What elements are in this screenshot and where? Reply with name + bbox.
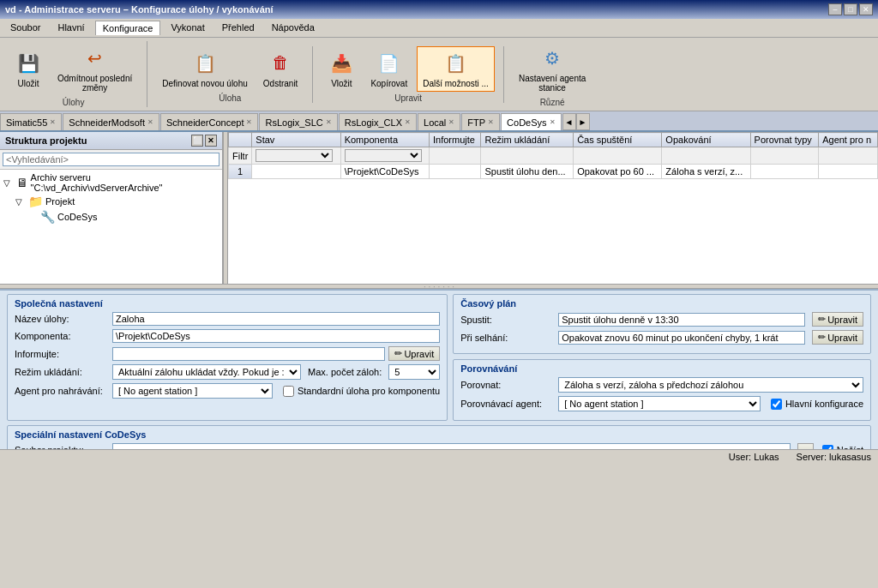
tab-rslogix-clx-label: RsLogix_CLX bbox=[345, 117, 402, 128]
table-row[interactable]: 1 \Projekt\CoDeSys Spustit úlohu den... … bbox=[229, 165, 878, 179]
tab-ftp[interactable]: FTP ✕ bbox=[461, 113, 500, 130]
uloha-buttons: 📋 Definovat novou úlohu 🗑 Odstranit bbox=[156, 46, 304, 92]
standard-checkbox[interactable] bbox=[283, 386, 294, 397]
hlavni-checkbox-row: Hlavní konfigurace bbox=[771, 399, 863, 410]
tree-item-codesys[interactable]: 🔧 CoDeSys bbox=[26, 209, 220, 225]
tree-item-archive[interactable]: ▽ 🖥 Archiv serveru "C:\vd_Archiv\vdServe… bbox=[2, 171, 220, 194]
menu-vykonat[interactable]: Vykonat bbox=[164, 21, 211, 35]
hlavni-checkbox[interactable] bbox=[771, 399, 782, 410]
panel-close-btn[interactable]: ✕ bbox=[205, 135, 217, 147]
toolbar-group-upravit: 📥 Vložit 📄 Kopírovat 📋 Další možnosti ..… bbox=[318, 46, 504, 103]
tab-schneider-concept[interactable]: SchneiderConcept ✕ bbox=[160, 113, 259, 130]
filter-opakovani bbox=[662, 147, 750, 165]
max-select[interactable]: 5 bbox=[388, 364, 440, 380]
menu-napoveda[interactable]: Nápověda bbox=[265, 21, 322, 35]
nacist-checkbox[interactable] bbox=[822, 445, 833, 450]
pri-selhani-edit-button[interactable]: ✏ Upravit bbox=[812, 330, 863, 345]
copy-label: Kopírovat bbox=[370, 79, 407, 88]
more-button[interactable]: 📋 Další možnosti ... bbox=[417, 46, 495, 92]
filter-rezim bbox=[481, 147, 574, 165]
insert-label: Vložit bbox=[331, 79, 352, 88]
filter-informujte bbox=[429, 147, 480, 165]
toolbar-group-ruzne: ⚙ Nastavení agentastanice Různé bbox=[509, 41, 600, 107]
spolecna-section: Společná nastavení Název úlohy: Komponen… bbox=[7, 294, 448, 421]
tab-schneider-modsoft-close[interactable]: ✕ bbox=[147, 118, 153, 126]
filter-label-cell: Filtr bbox=[229, 147, 252, 165]
agent-select[interactable]: [ No agent station ] bbox=[112, 383, 273, 399]
tree-item-project[interactable]: ▽ 📁 Projekt bbox=[14, 194, 220, 209]
tab-local-close[interactable]: ✕ bbox=[448, 118, 454, 126]
tab-rslogix-slc[interactable]: RsLogix_SLC ✕ bbox=[259, 113, 337, 130]
search-input[interactable] bbox=[3, 153, 220, 166]
tab-rslogix-clx-close[interactable]: ✕ bbox=[405, 118, 411, 126]
informujte-input[interactable] bbox=[112, 347, 385, 361]
tab-rslogix-clx[interactable]: RsLogix_CLX ✕ bbox=[339, 113, 417, 130]
rezim-select[interactable]: Aktuální zálohu ukládat vždy. Pokud je : bbox=[112, 364, 301, 380]
tab-simatic55-close[interactable]: ✕ bbox=[50, 118, 56, 126]
close-button[interactable]: ✕ bbox=[859, 3, 873, 15]
menu-soubor[interactable]: Soubor bbox=[3, 21, 47, 35]
row-num: 1 bbox=[229, 165, 252, 179]
porovnat-select[interactable]: Záloha s verzí, záloha s předchozí záloh… bbox=[558, 377, 863, 393]
tree-toggle-archive: ▽ bbox=[3, 178, 14, 188]
panel-header-btns: ⬜ ✕ bbox=[191, 135, 217, 147]
tab-codesys[interactable]: CoDeSys ✕ bbox=[501, 113, 561, 130]
folder-icon: 📁 bbox=[28, 195, 43, 208]
filter-komponenta-select[interactable] bbox=[345, 149, 422, 162]
menu-konfigurace[interactable]: Konfigurace bbox=[95, 21, 161, 35]
save-icon: 💾 bbox=[15, 50, 42, 77]
delete-button[interactable]: 🗑 Odstranit bbox=[257, 46, 304, 92]
project-structure-title: Struktura projektu bbox=[5, 135, 87, 146]
undo-button[interactable]: ↩ Odmítnout poslednízměny bbox=[51, 41, 138, 96]
tab-ftp-label: FTP bbox=[467, 117, 485, 128]
tab-simatic55[interactable]: Simatic55 ✕ bbox=[0, 113, 62, 130]
tree-area: ▽ 🖥 Archiv serveru "C:\vd_Archiv\vdServe… bbox=[0, 170, 222, 284]
row-stav bbox=[252, 165, 340, 179]
soubor-label: Soubor projektu: bbox=[15, 445, 109, 449]
maximize-button[interactable]: □ bbox=[844, 3, 857, 15]
user-status: User: Lukas bbox=[729, 452, 779, 462]
soubor-input[interactable] bbox=[112, 443, 791, 449]
porovnavaci-agent-label: Porovnávací agent: bbox=[460, 399, 555, 409]
project-label: Projekt bbox=[45, 196, 75, 207]
tab-codesys-close[interactable]: ✕ bbox=[550, 118, 556, 126]
copy-button[interactable]: 📄 Kopírovat bbox=[364, 46, 413, 92]
nazev-input[interactable] bbox=[112, 312, 440, 326]
casovy-title: Časový plán bbox=[460, 298, 863, 309]
archive-label: Archiv serveru "C:\vd_Archiv\vdServerArc… bbox=[31, 172, 219, 193]
save-button[interactable]: 💾 Uložit bbox=[9, 46, 48, 92]
tab-schneider-concept-close[interactable]: ✕ bbox=[246, 118, 252, 126]
informujte-edit-button[interactable]: ✏ Upravit bbox=[388, 346, 440, 361]
tab-nav-back[interactable]: ◄ bbox=[562, 113, 576, 130]
col-num bbox=[229, 133, 252, 147]
menu-prehled[interactable]: Přehled bbox=[215, 21, 262, 35]
filter-stav-select[interactable] bbox=[256, 149, 333, 162]
toolbar: 💾 Uložit ↩ Odmítnout poslednízměny Úlohy… bbox=[0, 38, 878, 111]
browse-button[interactable]: ... bbox=[797, 443, 814, 449]
hlavni-label: Hlavní konfigurace bbox=[785, 399, 863, 409]
soubor-row: Soubor projektu: ... Načíst bbox=[15, 443, 863, 449]
agent-row: Agent pro nahrávání: [ No agent station … bbox=[15, 383, 440, 399]
tab-nav-forward[interactable]: ► bbox=[576, 113, 590, 130]
tab-local[interactable]: Local ✕ bbox=[418, 113, 460, 130]
spustit-edit-button[interactable]: ✏ Upravit bbox=[812, 312, 863, 327]
spustit-input[interactable] bbox=[558, 313, 805, 327]
server-icon: 🖥 bbox=[16, 176, 28, 189]
menu-hlavni[interactable]: Hlavní bbox=[51, 21, 91, 35]
informujte-row: Informujte: ✏ Upravit bbox=[15, 346, 440, 361]
define-button[interactable]: 📋 Definovat novou úlohu bbox=[156, 46, 254, 92]
porovnavaci-agent-select[interactable]: [ No agent station ] bbox=[558, 396, 761, 411]
tab-rslogix-slc-close[interactable]: ✕ bbox=[326, 118, 332, 126]
insert-button[interactable]: 📥 Vložit bbox=[322, 46, 361, 92]
minimize-button[interactable]: – bbox=[828, 3, 842, 15]
panel-float-btn[interactable]: ⬜ bbox=[191, 135, 203, 147]
tab-ftp-close[interactable]: ✕ bbox=[488, 118, 494, 126]
pri-selhani-input[interactable] bbox=[558, 331, 805, 345]
col-komponenta: Komponenta bbox=[340, 133, 429, 147]
tab-schneider-modsoft[interactable]: SchneiderModsoft ✕ bbox=[63, 113, 159, 130]
row-opakovani: Záloha s verzí, z... bbox=[662, 165, 750, 179]
komponenta-input[interactable] bbox=[112, 329, 440, 343]
agent-settings-button[interactable]: ⚙ Nastavení agentastanice bbox=[513, 41, 592, 96]
spustit-row: Spustit: ✏ Upravit bbox=[460, 312, 863, 327]
browse-label: ... bbox=[802, 445, 809, 449]
